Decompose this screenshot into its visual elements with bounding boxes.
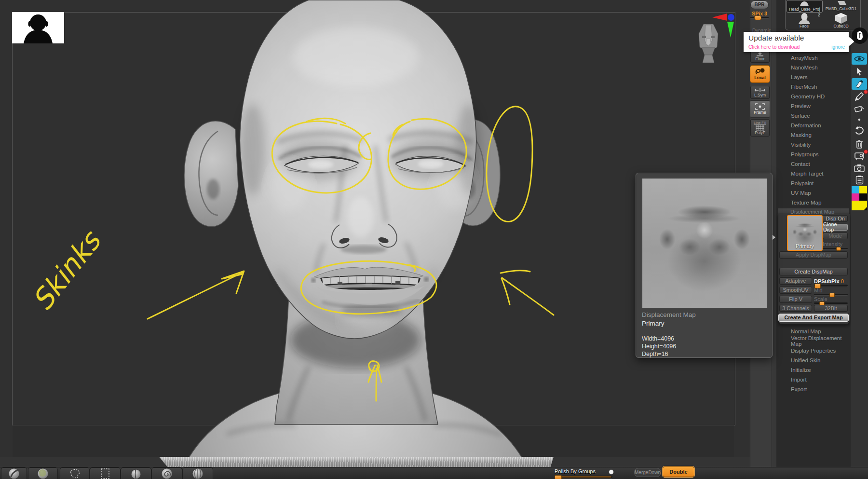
update-ignore-link[interactable]: ignore: [831, 44, 845, 50]
menu-geometry-hd[interactable]: Geometry HD: [776, 92, 851, 101]
displacement-thumbnail[interactable]: Primary: [787, 215, 823, 251]
local-button[interactable]: Local: [750, 65, 770, 83]
menu-deformation[interactable]: Deformation: [776, 121, 851, 130]
polish-by-groups-label: Polish By Groups: [555, 468, 596, 474]
menu-export[interactable]: Export: [776, 384, 851, 394]
tooltip-width: Width=4096: [642, 335, 674, 342]
marker-pen-icon[interactable]: [852, 78, 867, 90]
dpsubpix-slider[interactable]: [814, 285, 848, 287]
brush-slot-spiral[interactable]: [151, 467, 182, 479]
cube-thumb-icon: [823, 0, 859, 6]
active-color-swatch[interactable]: [852, 201, 867, 210]
mode-button[interactable]: Mode: [823, 233, 848, 239]
apply-dispmap-button[interactable]: Apply DispMap: [779, 251, 848, 259]
clay-brush-icon: [37, 468, 49, 479]
menu-uv-map[interactable]: UV Map: [776, 188, 851, 198]
bpr-button[interactable]: BPR: [750, 0, 769, 9]
menu-unified-skin[interactable]: Unified Skin: [776, 356, 851, 365]
cube3d-thumb-icon: [833, 13, 849, 24]
create-dispmap-button[interactable]: Create DispMap: [779, 268, 848, 275]
menu-arraymesh[interactable]: ArrayMesh: [776, 53, 851, 63]
disp-on-button[interactable]: Disp On: [823, 215, 848, 222]
tool-thumb-cube3d[interactable]: Cube3D: [823, 13, 859, 29]
menu-initialize[interactable]: Initialize: [776, 365, 851, 375]
polish-by-groups-slider[interactable]: [555, 476, 612, 478]
cursor-icon[interactable]: [852, 66, 867, 77]
smoothuv-button[interactable]: SmoothUV: [779, 287, 812, 294]
brush-slot-curve[interactable]: [121, 467, 151, 479]
brush-slot-simple[interactable]: [1, 467, 27, 479]
displacement-map-preview: [642, 178, 767, 308]
menu-display-properties[interactable]: Display Properties: [776, 346, 851, 356]
menu-surface[interactable]: Surface: [776, 111, 851, 121]
lsym-button[interactable]: L.Sym: [750, 86, 770, 99]
pencil-icon[interactable]: [852, 91, 867, 102]
menu-visibility[interactable]: Visibility: [776, 140, 851, 150]
polish-mode-dot[interactable]: [609, 469, 614, 475]
tooltip-map-name: Primary: [642, 320, 665, 327]
flipv-button[interactable]: Flip V: [779, 296, 812, 303]
menu-masking[interactable]: Masking: [776, 130, 851, 140]
mid-label: Mid: [814, 287, 823, 293]
brush-slot-rect[interactable]: [90, 467, 121, 479]
menu-morph-target[interactable]: Morph Target: [776, 169, 851, 178]
clipboard-icon[interactable]: [852, 174, 867, 185]
eye-visibility-icon[interactable]: [852, 53, 867, 65]
menu-fibermesh[interactable]: FiberMesh: [776, 82, 851, 92]
menu-import[interactable]: Import: [776, 375, 851, 384]
update-download-link[interactable]: Click here to download: [748, 44, 800, 50]
frame-icon: [755, 103, 765, 110]
menu-normal-map[interactable]: Normal Map: [776, 327, 851, 336]
menu-preview[interactable]: Preview: [776, 101, 851, 111]
adaptive-button[interactable]: Adaptive: [779, 277, 812, 285]
bottom-tray-band: [159, 457, 554, 467]
menu-contact[interactable]: Contact: [776, 159, 851, 169]
create-and-export-map-button[interactable]: Create And Export Map: [778, 314, 849, 322]
mergedown-button[interactable]: MergeDown: [634, 468, 661, 477]
color-swatches[interactable]: [852, 186, 867, 201]
menu-polypaint[interactable]: Polypaint: [776, 178, 851, 188]
polyf-button[interactable]: Line Fill PolyF: [750, 119, 770, 137]
menu-layers[interactable]: Layers: [776, 72, 851, 82]
clone-disp-button[interactable]: Clone Disp: [823, 224, 848, 231]
bit-button[interactable]: 32Bit: [814, 305, 848, 312]
menu-texture-map[interactable]: Texture Map: [776, 198, 851, 207]
ribbed-sphere-icon: [192, 468, 203, 479]
brush-slot-clay[interactable]: [28, 467, 58, 479]
channels-button[interactable]: 3 Channels: [779, 305, 812, 312]
trash-icon[interactable]: [852, 138, 867, 150]
frame-button[interactable]: Frame: [750, 100, 770, 118]
tool-thumb-face[interactable]: 2 Face: [787, 13, 822, 29]
double-button[interactable]: Double: [663, 466, 694, 477]
brush-slot-lasso[interactable]: [60, 467, 90, 479]
update-banner-title: Update available: [748, 34, 804, 42]
dot-icon[interactable]: [852, 117, 867, 122]
tooltip-depth: Depth=16: [642, 351, 668, 357]
menu-polygroups[interactable]: Polygroups: [776, 150, 851, 159]
projector-icon[interactable]: [852, 151, 867, 162]
tool-thumb-head-base-proj[interactable]: Head_Base_Proj: [787, 0, 823, 13]
spiral-brush-icon: [161, 468, 173, 479]
spix-slider[interactable]: [750, 17, 769, 18]
tool-thumb-pm3d-cube3d1[interactable]: PM3D_Cube3D1: [823, 0, 859, 12]
scale-slider[interactable]: [814, 302, 848, 304]
eraser-icon[interactable]: [852, 103, 867, 115]
swatch-black[interactable]: [859, 193, 867, 201]
tool-switcher: Head_Base_Proj PM3D_Cube3D1 2 Face Cube3…: [785, 0, 861, 30]
swatch-corner-icon: [864, 207, 867, 210]
divider-handle-icon[interactable]: [773, 235, 775, 240]
menu-vector-displacement-map[interactable]: Vector Displacement Map: [776, 336, 851, 346]
camera-icon[interactable]: [852, 163, 867, 174]
swatch-magenta[interactable]: [852, 193, 859, 201]
undo-icon[interactable]: [852, 124, 867, 137]
menu-nanomesh[interactable]: NanoMesh: [776, 63, 851, 72]
brush-slot-shell[interactable]: [182, 467, 213, 479]
intensity-slider[interactable]: [823, 248, 848, 249]
spix-value: 3: [764, 11, 767, 16]
axis-gizmo[interactable]: [709, 12, 736, 40]
swatch-cyan[interactable]: [852, 186, 859, 193]
zbrush-logo-icon[interactable]: [852, 27, 868, 44]
axis-x-arrow: [712, 14, 727, 21]
swatch-yellow[interactable]: [859, 186, 867, 193]
mid-slider[interactable]: [814, 294, 848, 295]
